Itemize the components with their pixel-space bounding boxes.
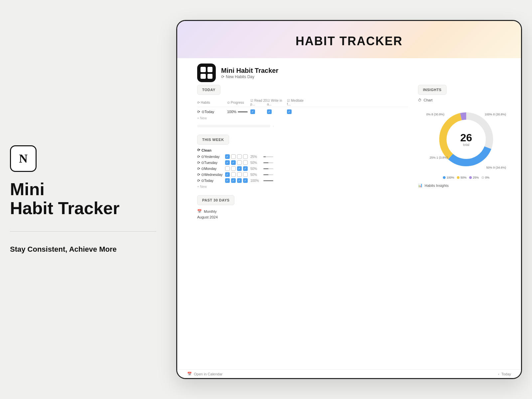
td-bar xyxy=(263,180,273,181)
donut-total-number: 26 xyxy=(460,132,472,143)
week-row-tuesday: ⟳ ⊙Tuesday 50% xyxy=(197,160,408,166)
header-progress: ⊙ Progress xyxy=(227,101,250,104)
w-c4[interactable] xyxy=(243,172,248,177)
calendar-footer-icon: 📅 xyxy=(187,372,192,376)
monthly-row: 📅 Monthly xyxy=(197,208,408,214)
t-c4[interactable] xyxy=(243,160,248,165)
week-day-tuesday: ⟳ ⊙Tuesday xyxy=(197,161,224,165)
sync-icon-y: ⟳ xyxy=(197,155,200,159)
legend-dot-100 xyxy=(443,176,446,179)
td-c4[interactable] xyxy=(243,178,248,183)
header-read: ☑ Read 20 p... xyxy=(250,99,267,106)
t-c1[interactable] xyxy=(225,160,230,165)
notion-logo-letter: N xyxy=(19,152,28,166)
chart-label-0pct: 0% 8 (30.8%) xyxy=(426,113,445,116)
clock-icon: ⏱ xyxy=(418,98,422,102)
yesterday-checks xyxy=(225,154,248,159)
w-pct: 50% xyxy=(250,173,262,177)
header-write: ☑ Write in a... xyxy=(267,99,287,106)
legend-label-0: 0% xyxy=(485,176,489,179)
app-name-label: Mini Habit Tracker xyxy=(221,67,278,74)
week-row-today: ⟳ ⊙Today 100% xyxy=(197,178,408,184)
t-pct: 50% xyxy=(250,161,262,165)
y-c2[interactable] xyxy=(231,154,236,159)
sync-icon-m: ⟳ xyxy=(197,167,200,171)
chart-label-50pct: 50% 9 (34.6%) xyxy=(486,166,506,169)
week-day-today: ⟳ ⊙Today xyxy=(197,179,224,183)
legend-label-50: 50% xyxy=(461,176,466,179)
donut-center: 26 total xyxy=(460,132,472,147)
this-week-header: THIS WEEK xyxy=(197,135,229,145)
m-c1[interactable] xyxy=(225,166,230,171)
monday-checks xyxy=(225,166,248,171)
sync-icon-t: ⟳ xyxy=(197,161,200,165)
today-footer-label[interactable]: Today xyxy=(501,372,511,376)
clean-group-header: ⟳ Clean xyxy=(197,148,408,152)
chart-label-100pct: 100% 8 (30.8%) xyxy=(484,113,506,116)
td-c2[interactable] xyxy=(231,178,236,183)
tuesday-checks xyxy=(225,160,248,165)
week-day-wednesday: ⟳ ⊙Wednesday xyxy=(197,173,224,177)
t-bar xyxy=(263,162,273,163)
y-c1[interactable] xyxy=(225,154,230,159)
m-pct: 50% xyxy=(250,167,262,171)
chart-icon: 📊 xyxy=(418,183,423,188)
chart-label-25pct: 25% 1 (3.8%) xyxy=(430,156,448,159)
today-meditate-check[interactable] xyxy=(287,109,307,114)
title-divider xyxy=(10,231,156,232)
today-new-row[interactable]: + New xyxy=(197,115,408,121)
today-checks xyxy=(225,178,248,183)
insights-header: INSIGHTS xyxy=(418,85,447,95)
week-new-row[interactable]: + New xyxy=(197,184,408,190)
title-line2: Habit Tracker xyxy=(10,199,156,218)
w-c1[interactable] xyxy=(225,172,230,177)
y-c4[interactable] xyxy=(243,154,248,159)
this-week-section: THIS WEEK ⟳ Clean ⟳ ⊙Yesterday xyxy=(197,135,408,190)
past30-header: PAST 30 DAYS xyxy=(197,195,234,205)
w-c2[interactable] xyxy=(231,172,236,177)
legend-dot-25 xyxy=(469,176,472,179)
today-table: ⟳ Habits ⊙ Progress ☑ Read 20 p... ☑ Wri… xyxy=(197,98,408,121)
app-subtitle-label: ⟳ New Habits Day xyxy=(221,74,278,79)
legend-dot-50 xyxy=(457,176,460,179)
footer-left: 📅 Open in Calendar xyxy=(187,372,222,376)
habits-insights-label: Habits Insights xyxy=(425,184,449,188)
t-c2[interactable] xyxy=(231,160,236,165)
chevron-left-icon[interactable]: ‹ xyxy=(498,372,499,376)
scroll-indicator xyxy=(197,125,270,127)
w-c3[interactable] xyxy=(237,172,242,177)
today-section: TODAY ⟳ Habits ⊙ Progress ☑ Read 20 p...… xyxy=(197,85,408,129)
header-habits: ⟳ Habits xyxy=(197,101,227,104)
week-row-yesterday: ⟳ ⊙Yesterday 25% xyxy=(197,154,408,160)
today-read-check[interactable] xyxy=(250,109,267,114)
m-c4[interactable] xyxy=(243,166,248,171)
y-c3[interactable] xyxy=(237,154,242,159)
sync-icon-td: ⟳ xyxy=(197,179,200,183)
august-label: August 2024 xyxy=(197,214,408,220)
y-pct: 25% xyxy=(250,155,262,159)
content-left: TODAY ⟳ Habits ⊙ Progress ☑ Read 20 p...… xyxy=(177,85,415,369)
legend-dot-0 xyxy=(481,176,484,179)
t-c3[interactable] xyxy=(237,160,242,165)
m-c3[interactable] xyxy=(237,166,242,171)
app-info-row: Mini Habit Tracker ⟳ New Habits Day xyxy=(177,58,521,85)
today-write-check[interactable] xyxy=(267,109,287,114)
w-bar xyxy=(263,174,273,175)
td-c1[interactable] xyxy=(225,178,230,183)
main-title: HABIT TRACKER xyxy=(197,34,501,48)
device-header: HABIT TRACKER xyxy=(177,21,521,58)
legend-100: 100% xyxy=(443,176,454,179)
calendar-icon: 📅 xyxy=(197,209,202,213)
week-row-monday: ⟳ ⊙Monday 50% xyxy=(197,166,408,172)
app-name-block: Mini Habit Tracker ⟳ New Habits Day xyxy=(221,67,278,79)
device-frame: HABIT TRACKER Mini Habit Tracker ⟳ New H… xyxy=(176,20,522,379)
week-day-yesterday: ⟳ ⊙Yesterday xyxy=(197,155,224,159)
past30-section: PAST 30 DAYS 📅 Monthly August 2024 xyxy=(197,195,408,220)
legend-label-100: 100% xyxy=(447,176,454,179)
td-c3[interactable] xyxy=(237,178,242,183)
m-c2[interactable] xyxy=(231,166,236,171)
app-icon-cell1 xyxy=(200,67,206,72)
notion-logo: N xyxy=(10,145,37,172)
open-calendar-label[interactable]: Open in Calendar xyxy=(194,372,222,376)
legend-label-25: 25% xyxy=(473,176,479,179)
